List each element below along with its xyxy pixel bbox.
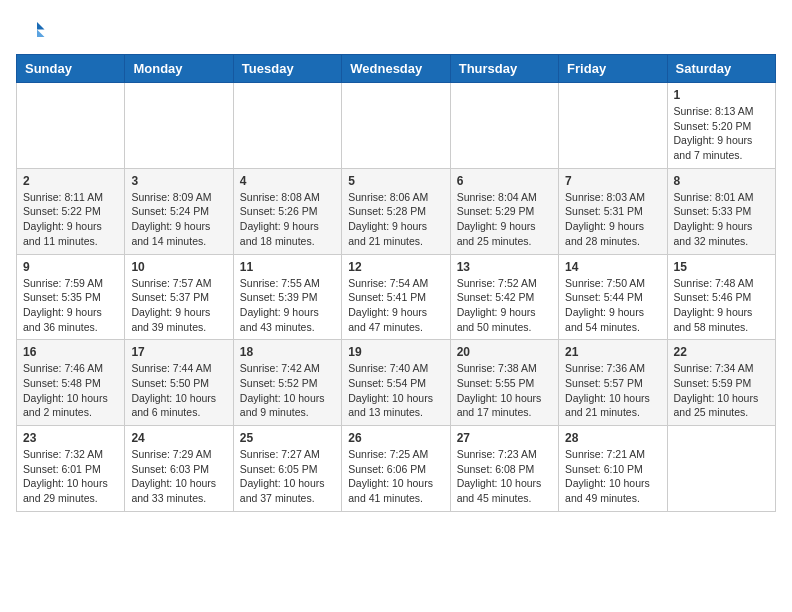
day-cell: [233, 83, 341, 169]
day-info: Sunrise: 7:29 AM Sunset: 6:03 PM Dayligh…: [131, 447, 226, 506]
day-number: 4: [240, 174, 335, 188]
day-number: 19: [348, 345, 443, 359]
weekday-header-sunday: Sunday: [17, 55, 125, 83]
day-cell: 19Sunrise: 7:40 AM Sunset: 5:54 PM Dayli…: [342, 340, 450, 426]
day-cell: [342, 83, 450, 169]
day-cell: [125, 83, 233, 169]
weekday-header-monday: Monday: [125, 55, 233, 83]
day-cell: 2Sunrise: 8:11 AM Sunset: 5:22 PM Daylig…: [17, 168, 125, 254]
day-info: Sunrise: 8:08 AM Sunset: 5:26 PM Dayligh…: [240, 190, 335, 249]
day-info: Sunrise: 8:11 AM Sunset: 5:22 PM Dayligh…: [23, 190, 118, 249]
weekday-header-saturday: Saturday: [667, 55, 775, 83]
day-number: 22: [674, 345, 769, 359]
day-number: 28: [565, 431, 660, 445]
day-cell: 5Sunrise: 8:06 AM Sunset: 5:28 PM Daylig…: [342, 168, 450, 254]
day-cell: 14Sunrise: 7:50 AM Sunset: 5:44 PM Dayli…: [559, 254, 667, 340]
day-cell: 23Sunrise: 7:32 AM Sunset: 6:01 PM Dayli…: [17, 426, 125, 512]
day-number: 12: [348, 260, 443, 274]
day-info: Sunrise: 7:23 AM Sunset: 6:08 PM Dayligh…: [457, 447, 552, 506]
day-info: Sunrise: 7:48 AM Sunset: 5:46 PM Dayligh…: [674, 276, 769, 335]
day-info: Sunrise: 7:34 AM Sunset: 5:59 PM Dayligh…: [674, 361, 769, 420]
day-cell: 27Sunrise: 7:23 AM Sunset: 6:08 PM Dayli…: [450, 426, 558, 512]
day-cell: 12Sunrise: 7:54 AM Sunset: 5:41 PM Dayli…: [342, 254, 450, 340]
day-cell: 17Sunrise: 7:44 AM Sunset: 5:50 PM Dayli…: [125, 340, 233, 426]
day-number: 9: [23, 260, 118, 274]
day-number: 10: [131, 260, 226, 274]
day-cell: 9Sunrise: 7:59 AM Sunset: 5:35 PM Daylig…: [17, 254, 125, 340]
day-info: Sunrise: 7:27 AM Sunset: 6:05 PM Dayligh…: [240, 447, 335, 506]
day-cell: 26Sunrise: 7:25 AM Sunset: 6:06 PM Dayli…: [342, 426, 450, 512]
day-cell: 8Sunrise: 8:01 AM Sunset: 5:33 PM Daylig…: [667, 168, 775, 254]
logo: [16, 16, 50, 46]
calendar-table: SundayMondayTuesdayWednesdayThursdayFrid…: [16, 54, 776, 512]
day-cell: 18Sunrise: 7:42 AM Sunset: 5:52 PM Dayli…: [233, 340, 341, 426]
day-cell: 1Sunrise: 8:13 AM Sunset: 5:20 PM Daylig…: [667, 83, 775, 169]
day-info: Sunrise: 8:09 AM Sunset: 5:24 PM Dayligh…: [131, 190, 226, 249]
weekday-header-tuesday: Tuesday: [233, 55, 341, 83]
svg-marker-0: [37, 22, 45, 30]
day-cell: [667, 426, 775, 512]
day-number: 17: [131, 345, 226, 359]
day-number: 6: [457, 174, 552, 188]
day-info: Sunrise: 7:46 AM Sunset: 5:48 PM Dayligh…: [23, 361, 118, 420]
day-cell: [450, 83, 558, 169]
day-number: 16: [23, 345, 118, 359]
day-number: 2: [23, 174, 118, 188]
weekday-header-row: SundayMondayTuesdayWednesdayThursdayFrid…: [17, 55, 776, 83]
day-info: Sunrise: 8:01 AM Sunset: 5:33 PM Dayligh…: [674, 190, 769, 249]
day-info: Sunrise: 7:50 AM Sunset: 5:44 PM Dayligh…: [565, 276, 660, 335]
week-row-1: 1Sunrise: 8:13 AM Sunset: 5:20 PM Daylig…: [17, 83, 776, 169]
day-cell: 20Sunrise: 7:38 AM Sunset: 5:55 PM Dayli…: [450, 340, 558, 426]
svg-marker-1: [37, 30, 45, 38]
page-header: [16, 16, 776, 46]
logo-icon: [16, 16, 46, 46]
day-info: Sunrise: 7:44 AM Sunset: 5:50 PM Dayligh…: [131, 361, 226, 420]
day-number: 25: [240, 431, 335, 445]
day-cell: 10Sunrise: 7:57 AM Sunset: 5:37 PM Dayli…: [125, 254, 233, 340]
day-info: Sunrise: 7:38 AM Sunset: 5:55 PM Dayligh…: [457, 361, 552, 420]
day-number: 24: [131, 431, 226, 445]
day-cell: 3Sunrise: 8:09 AM Sunset: 5:24 PM Daylig…: [125, 168, 233, 254]
day-cell: 22Sunrise: 7:34 AM Sunset: 5:59 PM Dayli…: [667, 340, 775, 426]
day-info: Sunrise: 7:59 AM Sunset: 5:35 PM Dayligh…: [23, 276, 118, 335]
day-cell: 28Sunrise: 7:21 AM Sunset: 6:10 PM Dayli…: [559, 426, 667, 512]
day-number: 13: [457, 260, 552, 274]
day-info: Sunrise: 7:36 AM Sunset: 5:57 PM Dayligh…: [565, 361, 660, 420]
day-info: Sunrise: 7:52 AM Sunset: 5:42 PM Dayligh…: [457, 276, 552, 335]
day-info: Sunrise: 7:57 AM Sunset: 5:37 PM Dayligh…: [131, 276, 226, 335]
day-cell: 4Sunrise: 8:08 AM Sunset: 5:26 PM Daylig…: [233, 168, 341, 254]
week-row-3: 9Sunrise: 7:59 AM Sunset: 5:35 PM Daylig…: [17, 254, 776, 340]
day-info: Sunrise: 7:42 AM Sunset: 5:52 PM Dayligh…: [240, 361, 335, 420]
day-cell: 21Sunrise: 7:36 AM Sunset: 5:57 PM Dayli…: [559, 340, 667, 426]
day-number: 7: [565, 174, 660, 188]
day-info: Sunrise: 7:40 AM Sunset: 5:54 PM Dayligh…: [348, 361, 443, 420]
day-cell: 6Sunrise: 8:04 AM Sunset: 5:29 PM Daylig…: [450, 168, 558, 254]
day-number: 23: [23, 431, 118, 445]
day-number: 11: [240, 260, 335, 274]
day-cell: [17, 83, 125, 169]
day-cell: 25Sunrise: 7:27 AM Sunset: 6:05 PM Dayli…: [233, 426, 341, 512]
day-info: Sunrise: 8:13 AM Sunset: 5:20 PM Dayligh…: [674, 104, 769, 163]
weekday-header-thursday: Thursday: [450, 55, 558, 83]
day-number: 1: [674, 88, 769, 102]
week-row-2: 2Sunrise: 8:11 AM Sunset: 5:22 PM Daylig…: [17, 168, 776, 254]
day-number: 14: [565, 260, 660, 274]
day-number: 15: [674, 260, 769, 274]
day-info: Sunrise: 7:32 AM Sunset: 6:01 PM Dayligh…: [23, 447, 118, 506]
day-cell: 7Sunrise: 8:03 AM Sunset: 5:31 PM Daylig…: [559, 168, 667, 254]
day-number: 5: [348, 174, 443, 188]
day-cell: 13Sunrise: 7:52 AM Sunset: 5:42 PM Dayli…: [450, 254, 558, 340]
day-number: 8: [674, 174, 769, 188]
day-number: 26: [348, 431, 443, 445]
day-cell: 16Sunrise: 7:46 AM Sunset: 5:48 PM Dayli…: [17, 340, 125, 426]
day-info: Sunrise: 8:03 AM Sunset: 5:31 PM Dayligh…: [565, 190, 660, 249]
weekday-header-wednesday: Wednesday: [342, 55, 450, 83]
day-number: 20: [457, 345, 552, 359]
day-cell: 24Sunrise: 7:29 AM Sunset: 6:03 PM Dayli…: [125, 426, 233, 512]
day-cell: 15Sunrise: 7:48 AM Sunset: 5:46 PM Dayli…: [667, 254, 775, 340]
day-info: Sunrise: 7:25 AM Sunset: 6:06 PM Dayligh…: [348, 447, 443, 506]
day-number: 18: [240, 345, 335, 359]
day-cell: 11Sunrise: 7:55 AM Sunset: 5:39 PM Dayli…: [233, 254, 341, 340]
day-info: Sunrise: 7:21 AM Sunset: 6:10 PM Dayligh…: [565, 447, 660, 506]
day-info: Sunrise: 7:54 AM Sunset: 5:41 PM Dayligh…: [348, 276, 443, 335]
